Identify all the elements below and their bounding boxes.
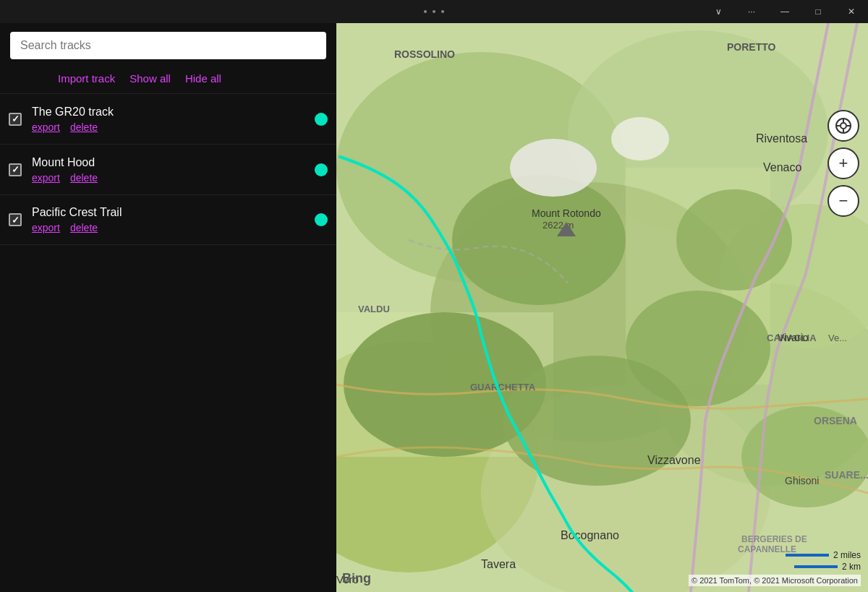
track-item-hood: Mount Hood export delete [0,144,336,194]
bing-logo: Bing [342,571,371,586]
track-item-gr20: The GR20 track export delete [0,93,336,144]
map-scale: 2 miles 2 km [786,550,861,572]
location-icon [835,117,852,134]
track-name-hood: Mount Hood [32,156,309,169]
map-controls: + − [827,110,859,217]
track-info-pct: Pacific Crest Trail export delete [32,206,309,233]
track-dot-pct [315,213,328,226]
scale-bar-km-bar [794,565,838,568]
delete-link-hood[interactable]: delete [70,172,98,184]
location-button[interactable] [827,110,859,142]
svg-point-17 [611,117,669,160]
scale-bar-miles-bar [786,554,829,557]
track-checkbox-pct[interactable] [9,213,22,226]
zoom-in-button[interactable]: + [827,147,859,179]
svg-text:PORETTO: PORETTO [727,41,776,53]
track-checkbox-gr20[interactable] [9,113,22,126]
title-dot-3 [441,10,444,13]
export-link-gr20[interactable]: export [32,121,60,133]
svg-text:Vivario: Vivario [778,332,809,343]
track-actions-hood: export delete [32,172,309,184]
map-area[interactable]: ROSSOLINO PORETTO Riventosa Venaco Mount… [336,23,868,592]
scale-miles-label: 2 miles [833,550,861,560]
track-item-pct: Pacific Crest Trail export delete [0,194,336,245]
delete-link-gr20[interactable]: delete [70,121,98,133]
track-list: The GR20 track export delete Mount Hood … [0,93,336,245]
title-dot-2 [433,10,435,13]
svg-text:SUARE...: SUARE... [825,469,868,481]
import-track-link[interactable]: Import track [58,72,115,85]
search-bar-wrap [0,23,336,67]
svg-text:BERGERIES DE: BERGERIES DE [741,534,807,544]
close-button[interactable]: ✕ [835,0,868,23]
sidebar: Import track Show all Hide all The GR20 … [0,23,336,592]
main-layout: Import track Show all Hide all The GR20 … [0,0,868,592]
search-input[interactable] [10,32,326,59]
dots-icon[interactable]: ··· [735,0,768,23]
track-checkbox-hood[interactable] [9,163,22,176]
title-bar-center-buttons [424,10,444,13]
show-all-link[interactable]: Show all [129,72,171,85]
action-links: Import track Show all Hide all [0,67,336,93]
title-dot-1 [424,10,427,13]
svg-text:Vizzavone: Vizzavone [647,454,701,466]
track-name-pct: Pacific Crest Trail [32,206,309,219]
svg-point-16 [510,139,597,197]
track-name-gr20: The GR20 track [32,106,309,119]
track-actions-gr20: export delete [32,121,309,133]
map-attribution: © 2021 TomTom, © 2021 Microsoft Corporat… [689,575,861,586]
track-dot-hood [315,163,328,176]
svg-point-14 [503,356,691,486]
minimize-button[interactable]: — [768,0,801,23]
svg-text:Ve...: Ve... [828,333,847,343]
svg-text:VALDU: VALDU [358,304,390,314]
map-svg: ROSSOLINO PORETTO Riventosa Venaco Mount… [336,23,868,592]
scale-miles: 2 miles [786,550,861,560]
svg-text:Tavera: Tavera [481,558,516,570]
track-actions-pct: export delete [32,222,309,233]
maximize-button[interactable]: □ [801,0,835,23]
svg-text:Venaco: Venaco [763,161,801,173]
hide-all-link[interactable]: Hide all [185,72,221,85]
svg-text:Bocognano: Bocognano [561,529,619,541]
track-info-gr20: The GR20 track export delete [32,106,309,133]
scale-km: 2 km [794,562,861,572]
svg-text:Ghisoni: Ghisoni [785,475,819,486]
track-info-hood: Mount Hood export delete [32,156,309,184]
delete-link-pct[interactable]: delete [70,222,98,233]
zoom-out-button[interactable]: − [827,185,859,217]
svg-text:Mount Rotondo: Mount Rotondo [532,207,601,219]
svg-text:GUARCHETTA: GUARCHETTA [470,382,536,392]
svg-point-40 [841,123,846,129]
svg-text:ROSSOLINO: ROSSOLINO [394,48,455,60]
bing-label: Bing [342,571,371,586]
chevron-down-icon[interactable]: ∨ [702,0,735,23]
export-link-hood[interactable]: export [32,172,60,184]
track-dot-gr20 [315,113,328,126]
title-bar: ∨ ··· — □ ✕ [0,0,868,23]
export-link-pct[interactable]: export [32,222,60,233]
scale-km-label: 2 km [842,562,861,572]
svg-text:Riventosa: Riventosa [756,132,807,145]
svg-text:ORSENA: ORSENA [814,415,857,426]
